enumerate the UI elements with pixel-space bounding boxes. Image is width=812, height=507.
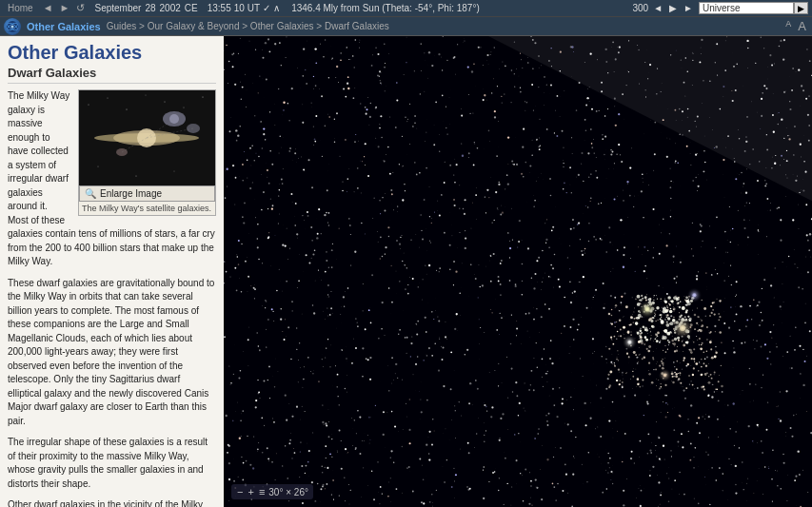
svg-point-5	[89, 105, 89, 106]
svg-point-10	[184, 107, 185, 108]
zoom-value: 300	[633, 3, 649, 13]
nav-icons: ◄ ► ↺	[41, 2, 88, 14]
forward-icon[interactable]: ►	[58, 2, 72, 14]
toolbar: Home ◄ ► ↺ September 28 2002 CE 13:55 10…	[0, 0, 812, 17]
back-icon[interactable]: ◄	[41, 2, 55, 14]
zoom-out-button[interactable]: −	[236, 486, 244, 497]
navBar: Other Galaxies Guides > Our Galaxy & Bey…	[0, 17, 812, 36]
time-zone: UT	[248, 3, 260, 13]
app-logo	[4, 18, 21, 35]
galaxy-diagram	[79, 90, 215, 185]
zoom-grid-button[interactable]: ≡	[258, 486, 266, 497]
zoom-play-icon[interactable]: ▶	[667, 3, 679, 13]
svg-point-13	[136, 176, 137, 177]
date-year: 2002	[160, 3, 181, 13]
skyview[interactable]: − + ≡ 30° × 26°	[224, 36, 812, 507]
search-area: ▶	[699, 2, 808, 14]
zoom-area: 300 ◄ ▶ ►	[633, 3, 696, 13]
home-button[interactable]: Home	[4, 3, 37, 13]
time-value: 13:55	[208, 3, 231, 13]
zoom-level-label: 30° × 26°	[268, 487, 308, 497]
refresh-icon[interactable]: ↺	[74, 2, 87, 14]
time-unit: 10	[234, 3, 245, 13]
font-size-controls: A A	[783, 19, 808, 33]
svg-point-9	[165, 102, 166, 103]
enlarge-image-button[interactable]: 🔍 Enlarge Image	[79, 185, 215, 202]
page-title: Other Galaxies	[8, 42, 216, 64]
zoom-in-button[interactable]: +	[247, 486, 254, 497]
main-content: Other Galaxies Dwarf Galaxies	[0, 36, 812, 507]
section-heading: Dwarf Galaxies	[8, 66, 216, 84]
svg-point-7	[127, 109, 128, 110]
font-small-button[interactable]: A	[783, 19, 793, 33]
zoom-prev-icon[interactable]: ◄	[651, 3, 664, 13]
date-month: September	[94, 3, 141, 13]
svg-point-14	[174, 171, 175, 172]
date-era: CE	[185, 3, 198, 13]
svg-point-8	[146, 95, 147, 96]
paragraph-3: The irregular shape of these galaxies is…	[8, 436, 216, 491]
svg-point-11	[203, 97, 204, 98]
image-caption: The Milky Way's satellite galaxies.	[79, 202, 215, 215]
position-text: 1346.4 Mly from Sun (Theta: -54°, Phi: 1…	[291, 3, 480, 13]
sky-canvas	[224, 36, 812, 507]
time-area: 13:55 10 UT ✓ ∧	[208, 3, 281, 13]
nav-section-title[interactable]: Other Galaxies	[27, 21, 101, 32]
paragraph-2: These dwarf galaxies are gravitationally…	[8, 277, 216, 429]
check-symbol: ✓	[263, 3, 270, 13]
svg-point-3	[11, 25, 14, 28]
up-symbol: ∧	[273, 3, 280, 13]
date-area: September 28 2002 CE	[94, 3, 197, 13]
zoom-next-icon[interactable]: ►	[682, 3, 695, 13]
breadcrumb: Guides > Our Galaxy & Beyond > Other Gal…	[107, 21, 389, 31]
paragraph-4: Other dwarf galaxies in the vicinity of …	[8, 498, 216, 507]
position-area: 1346.4 Mly from Sun (Theta: -54°, Phi: 1…	[291, 3, 628, 13]
date-day: 28	[145, 3, 155, 13]
enlarge-label: Enlarge Image	[100, 188, 162, 199]
search-go-button[interactable]: ▶	[794, 2, 808, 14]
font-large-button[interactable]: A	[796, 19, 808, 33]
search-input[interactable]	[699, 2, 794, 14]
svg-point-6	[108, 98, 109, 99]
galaxy-image-container: 🔍 Enlarge Image The Milky Way's satellit…	[78, 89, 216, 216]
svg-point-12	[98, 166, 99, 167]
magnify-icon: 🔍	[85, 188, 96, 199]
left-panel: Other Galaxies Dwarf Galaxies	[0, 36, 224, 507]
zoom-controls: − + ≡ 30° × 26°	[231, 484, 313, 499]
